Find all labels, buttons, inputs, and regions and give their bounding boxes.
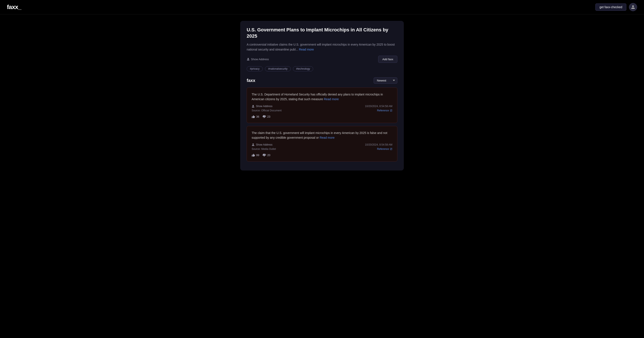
- article-title: U.S. Government Plans to Implant Microch…: [247, 27, 397, 39]
- faxx-2-source-row: Source: Media Outlet Reference: [252, 147, 392, 150]
- faxx-2-downvote-count: 20: [267, 154, 270, 157]
- thumbs-down-icon: [262, 154, 266, 157]
- sort-wrapper: Newest Oldest Most Voted: [374, 77, 397, 84]
- header-right: get faxx-checked: [595, 3, 637, 11]
- faxx-1-content: The U.S. Department of Homeland Security…: [252, 93, 383, 101]
- faxx-2-read-more[interactable]: Read more: [320, 136, 334, 139]
- faxx-header: faxx Newest Oldest Most Voted: [247, 77, 397, 84]
- faxx-1-upvote[interactable]: 36: [252, 115, 259, 118]
- person-icon: [252, 143, 255, 146]
- faxx-2-reference-label: Reference: [377, 147, 389, 150]
- faxx-2-votes: 99 20: [252, 154, 392, 157]
- faxx-card-1: The U.S. Department of Homeland Security…: [247, 87, 397, 123]
- faxx-2-upvote[interactable]: 99: [252, 154, 259, 157]
- thumbs-down-icon: [262, 115, 266, 118]
- logo: faxx_: [7, 4, 21, 10]
- faxx-2-upvote-count: 99: [256, 154, 259, 157]
- faxx-2-show-address[interactable]: Show Address: [252, 143, 272, 146]
- thumbs-up-icon: [252, 115, 255, 118]
- faxx-1-address-label: Show Address: [256, 105, 272, 108]
- main-content: U.S. Government Plans to Implant Microch…: [0, 14, 644, 177]
- faxx-1-source-row: Source: Official Document Reference: [252, 109, 392, 112]
- faxx-1-source: Source: Official Document: [252, 109, 282, 112]
- faxx-2-text: The claim that the U.S. government will …: [252, 130, 392, 140]
- faxx-2-footer: Show Address 10/20/2024, 8:54:58 AM: [252, 143, 392, 146]
- external-link-icon: [390, 148, 392, 150]
- faxx-1-read-more[interactable]: Read more: [324, 97, 338, 101]
- faxx-2-address-label: Show Address: [256, 143, 272, 146]
- faxx-1-downvote[interactable]: 23: [262, 115, 270, 118]
- avatar-button[interactable]: [629, 3, 637, 11]
- thumbs-up-icon: [252, 154, 255, 157]
- person-icon: [631, 5, 635, 9]
- faxx-1-upvote-count: 36: [256, 115, 259, 118]
- show-address-label: Show Address: [251, 58, 269, 61]
- article-read-more[interactable]: Read more: [299, 48, 314, 51]
- faxx-1-timestamp: 10/20/2024, 8:54:58 AM: [365, 105, 392, 108]
- person-icon: [252, 105, 255, 108]
- faxx-1-votes: 36 23: [252, 115, 392, 118]
- article-meta: Show Address Add faxx: [247, 56, 397, 63]
- person-icon: [247, 58, 250, 61]
- tag-privacy[interactable]: #privacy: [247, 66, 263, 71]
- header: faxx_ get faxx-checked: [0, 0, 644, 14]
- article-tags: #privacy #nationalsecurity #technology: [247, 66, 397, 71]
- faxx-1-footer: Show Address 10/20/2024, 8:54:58 AM: [252, 105, 392, 108]
- article-summary-text: A controversial initiative claims the U.…: [247, 43, 395, 51]
- content-card: U.S. Government Plans to Implant Microch…: [240, 21, 404, 171]
- faxx-section-title: faxx: [247, 78, 255, 83]
- faxx-2-source: Source: Media Outlet: [252, 147, 276, 150]
- add-faxx-button[interactable]: Add faxx: [378, 56, 397, 63]
- faxx-card-2: The claim that the U.S. government will …: [247, 126, 397, 161]
- faxx-1-text: The U.S. Department of Homeland Security…: [252, 92, 392, 102]
- sort-select[interactable]: Newest Oldest Most Voted: [374, 77, 397, 84]
- tag-nationalsecurity[interactable]: #nationalsecurity: [265, 66, 291, 71]
- article-show-address[interactable]: Show Address: [247, 58, 269, 61]
- faxx-1-downvote-count: 23: [267, 115, 270, 118]
- tag-technology[interactable]: #technology: [293, 66, 314, 71]
- faxx-2-downvote[interactable]: 20: [262, 154, 270, 157]
- faxx-1-reference[interactable]: Reference: [377, 109, 392, 112]
- faxx-1-show-address[interactable]: Show Address: [252, 105, 272, 108]
- external-link-icon: [390, 109, 392, 112]
- faxx-2-timestamp: 10/20/2024, 8:54:58 AM: [365, 143, 392, 146]
- faxx-2-reference[interactable]: Reference: [377, 147, 392, 150]
- faxx-1-reference-label: Reference: [377, 109, 389, 112]
- get-checked-button[interactable]: get faxx-checked: [595, 3, 626, 11]
- article-summary: A controversial initiative claims the U.…: [247, 42, 397, 52]
